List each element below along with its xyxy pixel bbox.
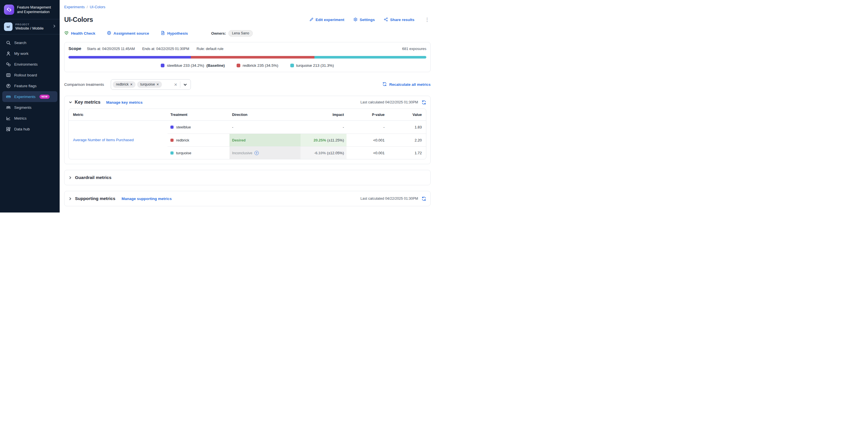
assignment-source-link[interactable]: Assignment source [107,31,149,36]
bar-segment-redbrick [191,56,314,59]
hypothesis-link[interactable]: Hypothesis [160,31,188,36]
bullseye-icon [107,31,111,36]
breadcrumb-experiments[interactable]: Experiments [64,5,85,9]
pvalue-cell: - [346,121,387,133]
title-row: UI-Colors Edit experiment Settings Share… [64,16,431,24]
redbrick-swatch [237,64,240,67]
breadcrumb: Experiments / UI-Colors [64,0,431,9]
sidebar-item-my-work[interactable]: My work [2,48,57,59]
kebab-menu-icon[interactable]: ⋮ [424,17,431,22]
settings-button[interactable]: Settings [353,17,375,23]
comparison-label: Comparison treatments [64,82,104,87]
treatment-cell-redbrick: redbrick [167,133,229,146]
metric-link[interactable]: Average Number of Items Purchased [73,138,134,142]
breadcrumb-current[interactable]: UI-Colors [90,5,105,9]
key-metrics-title: Key metrics [75,100,100,105]
supporting-metrics-title: Supporting metrics [75,196,115,201]
impact-cell: - [301,121,346,133]
recalculate-all-metrics-button[interactable]: Recalculate all metrics [382,82,431,87]
heart-check-icon [64,31,69,36]
scope-card: Scope Starts at: 04/20/2025 11:45AM Ends… [64,42,431,72]
app-title: Feature Management and Experimentation [17,5,56,14]
sidebar-item-search[interactable]: Search [2,37,57,48]
refresh-icon[interactable] [422,100,426,105]
person-icon [6,51,11,56]
turquoise-swatch [290,64,294,67]
health-check-link[interactable]: Health Check [64,31,95,36]
pvalue-cell: <0.001 [346,133,387,146]
sidebar-item-environments[interactable]: Environments [2,59,57,70]
breadcrumb-separator: / [87,5,88,9]
chip-redbrick[interactable]: redbrick✕ [113,81,135,88]
board-columns-icon [6,72,11,78]
steelblue-swatch [170,126,174,129]
guardrail-metrics-section: Guardrail metrics [64,170,431,185]
sidebar-item-feature-flags[interactable]: Feature flags [2,81,57,91]
value-cell: 2.20 [387,133,426,146]
treatment-cell-turquoise: turquoise [167,146,229,159]
line-chart-icon [6,116,11,121]
share-icon [384,17,388,23]
header-actions: Edit experiment Settings Share results ⋮ [309,17,431,23]
refresh-icon[interactable] [422,196,426,201]
edit-experiment-button[interactable]: Edit experiment [309,17,344,23]
col-header-direction: Direction [229,109,301,120]
help-icon[interactable]: ? [254,151,259,155]
search-icon [6,40,11,45]
comparison-row: Comparison treatments redbrick✕ turquois… [64,79,431,90]
app-logo-row[interactable]: Feature Management and Experimentation [0,0,60,19]
select-clear-icon[interactable]: ✕ [173,82,179,87]
sidebar-item-metrics[interactable]: Metrics [2,113,57,124]
chip-turquoise[interactable]: turquoise✕ [137,81,162,88]
hexagons-icon [6,62,11,67]
bar-segment-steelblue [68,56,191,59]
new-badge: NEW [39,95,50,99]
sidebar-item-experiments[interactable]: Experiments NEW [2,91,57,102]
split-logo-icon [4,4,14,15]
expand-chevron-icon[interactable] [68,176,72,180]
grid-blocks-icon [6,126,11,131]
flag-circle-icon [6,83,11,88]
legend-steelblue: steelblue 233 (34.2%) (Baseline) [161,63,225,68]
col-header-pvalue: P-value [346,109,387,120]
scope-starts-at: Starts at: 04/20/2025 11:45AM [87,47,135,51]
direction-cell-inconclusive: Inconclusive? [229,146,301,159]
last-calculated-text: Last calculated 04/22/2025 01:30PM [361,196,418,201]
direction-cell: - [229,121,301,133]
sidebar-item-data-hub[interactable]: Data hub [2,124,57,134]
turquoise-swatch [170,151,174,155]
legend-turquoise: turquoise 213 (31.3%) [290,63,334,68]
project-avatar: w/ [4,23,12,31]
expand-chevron-icon[interactable] [68,197,72,201]
key-metrics-section: Key metrics Manage key metrics Last calc… [64,96,431,164]
people-group-icon [6,105,11,110]
guardrail-metrics-title: Guardrail metrics [75,175,111,180]
exposures-count: 681 exposures [402,47,426,51]
redbrick-swatch [170,139,174,142]
legend-redbrick: redbrick 235 (34.5%) [237,63,278,68]
value-cell: 1.83 [387,121,426,133]
chevron-right-icon [52,24,56,29]
project-switcher[interactable]: w/ PROJECT Website / Mobile [0,19,60,34]
table-header-row: Metric Treatment Direction Impact P-valu… [69,109,426,121]
collapse-chevron-icon[interactable] [68,100,72,104]
manage-supporting-metrics-link[interactable]: Manage supporting metrics [122,196,172,201]
sidebar-item-rollout-board[interactable]: Rollout board [2,70,57,81]
comparison-treatments-select[interactable]: redbrick✕ turquoise✕ ✕ [111,79,191,90]
scope-rule: Rule: default rule [196,47,223,51]
chevron-down-icon[interactable] [182,82,188,87]
share-results-button[interactable]: Share results [384,17,414,23]
sidebar-item-segments[interactable]: Segments [2,102,57,113]
table-body: Average Number of Items Purchased steelb… [69,121,426,159]
project-label: PROJECT [16,23,50,26]
chip-remove-icon[interactable]: ✕ [156,83,159,86]
gear-icon [353,17,358,23]
manage-key-metrics-link[interactable]: Manage key metrics [106,100,143,104]
treatment-cell-steelblue: steelblue [167,121,229,133]
pvalue-cell: <0.001 [346,146,387,159]
owner-tag[interactable]: Lena Sano [228,30,253,37]
scope-title: Scope [68,46,81,51]
last-calculated-text: Last calculated 04/22/2025 01:30PM [361,100,418,104]
treatment-legend: steelblue 233 (34.2%) (Baseline) redbric… [68,63,426,68]
chip-remove-icon[interactable]: ✕ [130,83,133,86]
